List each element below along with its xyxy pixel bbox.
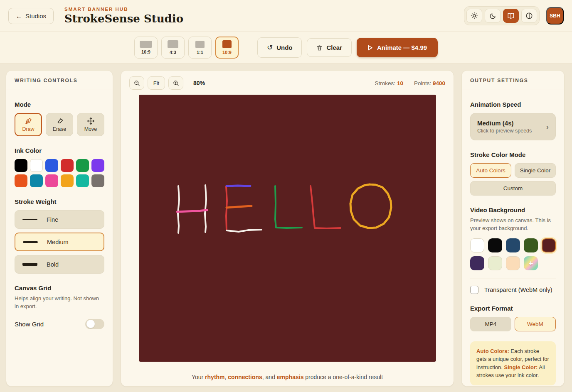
weight-fine-button[interactable]: Fine [15, 210, 104, 229]
weight-medium-button[interactable]: Medium [15, 233, 104, 251]
animation-speed-button[interactable]: Medium (4s) Click to preview speeds › [470, 113, 556, 140]
ratio-16-9-shape [140, 41, 152, 48]
undo-icon: ↺ [267, 43, 273, 52]
video-background-swatch[interactable] [524, 238, 538, 252]
theme-switcher [464, 6, 540, 25]
canvas-stroke-H-right-vertical [205, 185, 206, 232]
undo-button[interactable]: ↺ Undo [257, 37, 302, 58]
erase-mode-label: Erase [53, 126, 67, 132]
ink-color-swatch[interactable] [91, 159, 104, 172]
custom-color-button[interactable]: Custom [470, 181, 556, 196]
erase-mode-button[interactable]: Erase [46, 113, 73, 136]
brand-label: SMART BANNER HUB [64, 7, 183, 12]
ink-color-swatch[interactable] [76, 174, 89, 187]
move-mode-button[interactable]: Move [77, 113, 104, 136]
video-background-swatch[interactable] [470, 256, 484, 270]
fit-button[interactable]: Fit [148, 76, 165, 90]
play-icon [367, 45, 373, 51]
ratio-1-1-label: 1:1 [197, 50, 203, 55]
ink-color-swatch[interactable] [76, 159, 89, 172]
back-to-studios-label: Studios [25, 12, 46, 20]
light-theme-button[interactable] [466, 9, 482, 23]
canvas-stroke-E-bottom [227, 230, 261, 232]
webm-format-button[interactable]: WebM [515, 317, 556, 331]
canvas-grid-label: Canvas Grid [15, 284, 104, 292]
canvas-toolbar: Fit 80% Strokes: 10 Points: 9400 [121, 71, 454, 95]
weight-bold-button[interactable]: Bold [15, 255, 104, 274]
ink-color-swatch[interactable] [61, 159, 74, 172]
ratio-1-1-shape [195, 41, 205, 48]
output-settings-header: OUTPUT SETTINGS [462, 71, 564, 90]
ratio-10-9-shape [222, 40, 232, 48]
ratio-4-3-label: 4:3 [170, 50, 176, 55]
video-background-swatches: + [470, 238, 556, 270]
video-background-swatch[interactable] [470, 238, 484, 252]
show-grid-label: Show Grid [15, 321, 44, 328]
sun-icon [471, 12, 478, 20]
ink-color-swatch[interactable] [91, 174, 104, 187]
transparent-checkbox[interactable] [470, 286, 478, 294]
video-background-label: Video Background [470, 206, 556, 213]
drawing-canvas[interactable] [139, 95, 436, 362]
mode-buttons: Draw Erase Move [15, 113, 104, 136]
speed-subtext: Click to preview speeds [477, 128, 532, 134]
bold-line-sample [22, 263, 37, 266]
ink-color-swatch[interactable] [15, 159, 27, 172]
ink-color-swatch[interactable] [30, 159, 43, 172]
sepia-theme-button[interactable] [503, 9, 519, 23]
title-block: SMART BANNER HUB StrokeSense Studio [64, 7, 183, 25]
ratio-4-3-button[interactable]: 4:3 [161, 37, 185, 59]
back-to-studios-button[interactable]: ← Studios [8, 8, 54, 24]
animate-button[interactable]: Animate — $4.99 [357, 38, 438, 57]
points-value: 9400 [433, 80, 445, 86]
speed-value: Medium (4s) [477, 120, 532, 127]
single-color-button[interactable]: Single Color [515, 163, 556, 178]
moon-icon [489, 12, 496, 20]
video-background-swatch[interactable] [542, 238, 556, 252]
ink-color-swatch[interactable] [61, 174, 74, 187]
ratio-1-1-button[interactable]: 1:1 [188, 37, 212, 59]
weight-medium-label: Medium [47, 239, 69, 245]
fine-line-sample [22, 219, 37, 220]
ink-color-swatch[interactable] [45, 174, 58, 187]
dark-theme-button[interactable] [485, 9, 500, 23]
ratio-10-9-button[interactable]: 10:9 [215, 37, 239, 59]
contrast-theme-button[interactable] [521, 9, 537, 23]
show-grid-toggle[interactable] [85, 319, 104, 329]
video-background-swatch[interactable] [506, 238, 520, 252]
move-icon [87, 117, 95, 125]
eraser-icon [56, 117, 64, 125]
canvas-grid-description: Helps align your writing. Not shown in e… [15, 295, 104, 311]
ratio-16-9-button[interactable]: 16:9 [134, 37, 158, 59]
page-title: StrokeSense Studio [64, 12, 183, 25]
ink-color-swatch[interactable] [30, 174, 43, 187]
canvas-stroke-E-middle [227, 206, 251, 208]
strokes-stat: Strokes: 10 [375, 80, 403, 86]
auto-colors-button[interactable]: Auto Colors [470, 163, 511, 178]
animation-speed-label: Animation Speed [470, 101, 556, 108]
ratio-4-3-shape [168, 40, 178, 48]
canvas-stroke-H-left-vertical [178, 186, 179, 233]
avatar[interactable]: SBH [546, 7, 564, 24]
canvas-panel: Fit 80% Strokes: 10 Points: 9400 Your rh… [121, 70, 454, 387]
zoom-in-button[interactable] [168, 76, 183, 90]
book-icon [507, 12, 515, 20]
clear-button[interactable]: Clear [307, 38, 352, 57]
clear-label: Clear [326, 44, 342, 51]
video-background-swatch[interactable] [488, 256, 502, 270]
video-background-swatch[interactable] [506, 256, 520, 270]
custom-background-swatch[interactable]: + [524, 256, 538, 270]
mp4-format-button[interactable]: MP4 [470, 317, 511, 331]
contrast-icon [525, 12, 533, 20]
ink-color-swatch[interactable] [15, 174, 27, 187]
ratio-10-9-label: 10:9 [222, 50, 232, 55]
draw-mode-button[interactable]: Draw [15, 113, 42, 136]
back-arrow-icon: ← [16, 12, 22, 20]
export-format-label: Export Format [470, 305, 556, 312]
ink-color-swatch[interactable] [45, 159, 58, 172]
video-background-description: Preview shows on canvas. This is your ex… [470, 217, 556, 233]
toolbar-divider [248, 39, 248, 56]
video-background-swatch[interactable] [488, 238, 502, 252]
app-header: ← Studios SMART BANNER HUB StrokeSense S… [0, 0, 572, 32]
zoom-out-button[interactable] [129, 76, 144, 90]
